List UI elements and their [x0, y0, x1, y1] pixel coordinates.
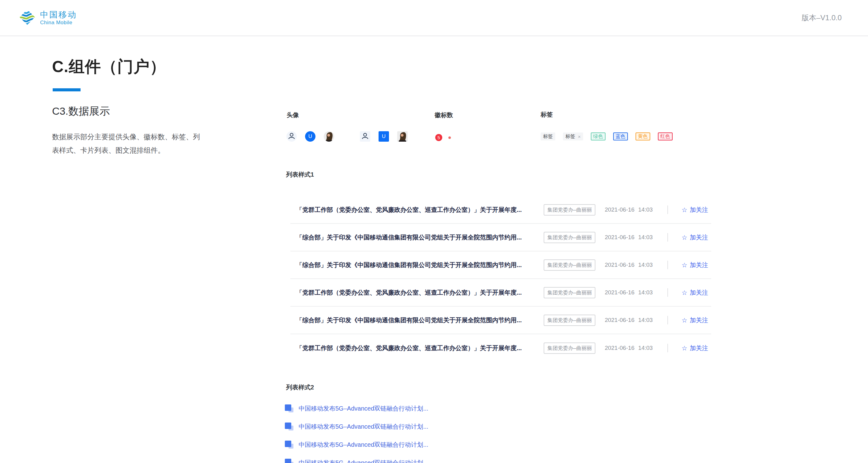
- publish-date: 2021-06-16: [604, 262, 634, 268]
- vertical-divider: [668, 344, 668, 352]
- logo-text-cn: 中国移动: [40, 10, 77, 20]
- article-link[interactable]: 中国移动发布5G–Advanced双链融合行动计划...: [299, 404, 428, 413]
- list-item[interactable]: 中国移动发布5G–Advanced双链融合行动计划...: [285, 403, 428, 414]
- publish-time: 14:03: [638, 289, 653, 296]
- tag-row: 标签 标签 × 绿色 蓝色 黄色 红色: [540, 132, 673, 141]
- vertical-divider: [668, 205, 668, 214]
- close-icon[interactable]: ×: [578, 134, 581, 139]
- list-item[interactable]: 中国移动发布5G–Advanced双链融合行动计划...: [285, 457, 428, 463]
- star-icon: ☆: [681, 262, 687, 268]
- table-row: 「党群工作部（党委办公室、党风廉政办公室、巡查工作办公室）」关于开展年度... …: [290, 279, 711, 307]
- document-icon: [285, 458, 294, 463]
- user-icon: [360, 131, 370, 142]
- list-item[interactable]: 中国移动发布5G–Advanced双链融合行动计划...: [285, 439, 428, 450]
- page-title: C.组件（门户）: [52, 57, 166, 76]
- follow-button[interactable]: ☆加关注: [681, 344, 708, 352]
- document-icon: [285, 404, 294, 413]
- publish-datetime: 2021-06-1614:03: [604, 345, 653, 351]
- follow-label: 加关注: [690, 261, 708, 269]
- department-tag: 集团党委办–曲丽丽: [544, 232, 595, 243]
- publish-datetime: 2021-06-1614:03: [604, 289, 653, 296]
- follow-label: 加关注: [690, 316, 708, 324]
- avatar-row: U U: [286, 131, 416, 142]
- follow-label: 加关注: [690, 233, 708, 242]
- title-accent-bar: [53, 88, 81, 91]
- vertical-divider: [668, 233, 668, 242]
- tag-red: 红色: [658, 133, 673, 140]
- avatar-photo-circle: [324, 131, 334, 142]
- tag-label: 黄色: [638, 134, 648, 139]
- department-tag: 集团党委办–曲丽丽: [544, 287, 595, 298]
- tag-label: 红色: [660, 134, 670, 139]
- tag-label: 蓝色: [616, 134, 625, 139]
- star-icon: ☆: [681, 289, 687, 296]
- china-mobile-logo-icon: [19, 9, 35, 27]
- table-row: 「综合部」关于印发《中国移动通信集团有限公司党组关于开展全院范围内节约用... …: [290, 224, 711, 252]
- department-tag: 集团党委办–曲丽丽: [544, 315, 595, 326]
- document-icon: [285, 440, 294, 449]
- vertical-divider: [668, 316, 668, 324]
- avatar-initial-text: U: [382, 134, 385, 140]
- link-list: 中国移动发布5G–Advanced双链融合行动计划... 中国移动发布5G–Ad…: [285, 403, 428, 463]
- article-link[interactable]: 中国移动发布5G–Advanced双链融合行动计划...: [299, 423, 428, 431]
- tag-demo-label: 标签: [540, 110, 553, 119]
- follow-button[interactable]: ☆加关注: [681, 316, 708, 324]
- tag-blue: 蓝色: [613, 133, 628, 140]
- star-icon: ☆: [681, 234, 687, 241]
- list1-demo-label: 列表样式1: [286, 171, 314, 179]
- follow-label: 加关注: [690, 206, 708, 214]
- version-label: 版本–V1.0.0: [802, 13, 842, 23]
- list2-demo-label: 列表样式2: [286, 383, 314, 392]
- department-tag: 集团党委办–曲丽丽: [544, 343, 595, 354]
- follow-label: 加关注: [690, 344, 708, 352]
- document-icon: [285, 422, 294, 431]
- follow-button[interactable]: ☆加关注: [681, 233, 708, 242]
- vertical-divider: [668, 288, 668, 297]
- follow-button[interactable]: ☆加关注: [681, 206, 708, 214]
- publish-date: 2021-06-16: [604, 317, 634, 323]
- publish-time: 14:03: [638, 234, 653, 240]
- list-item[interactable]: 中国移动发布5G–Advanced双链融合行动计划...: [285, 421, 428, 432]
- publish-datetime: 2021-06-1614:03: [604, 262, 653, 268]
- publish-datetime: 2021-06-1614:03: [604, 317, 653, 323]
- publish-datetime: 2021-06-1614:03: [604, 206, 653, 213]
- user-icon: [286, 131, 297, 142]
- avatar-initial-text: U: [308, 134, 312, 140]
- avatar-placeholder-square: [360, 131, 370, 142]
- department-tag: 集团党委办–曲丽丽: [544, 259, 595, 271]
- news-title-link[interactable]: 「党群工作部（党委办公室、党风廉政办公室、巡查工作办公室）」关于开展年度...: [296, 289, 544, 297]
- news-title-link[interactable]: 「党群工作部（党委办公室、党风廉政办公室、巡查工作办公室）」关于开展年度...: [296, 206, 544, 214]
- avatar-demo-label: 头像: [287, 111, 299, 119]
- news-title-link[interactable]: 「党群工作部（党委办公室、党风廉政办公室、巡查工作办公室）」关于开展年度...: [296, 344, 544, 352]
- header: 中国移动 China Mobile 版本–V1.0.0: [0, 0, 868, 36]
- news-title-link[interactable]: 「综合部」关于印发《中国移动通信集团有限公司党组关于开展全院范围内节约用...: [296, 316, 544, 324]
- table-row: 「综合部」关于印发《中国移动通信集团有限公司党组关于开展全院范围内节约用... …: [290, 307, 711, 334]
- tag-label: 标签: [543, 134, 553, 139]
- publish-time: 14:03: [638, 206, 653, 213]
- woman-photo-icon: [324, 131, 334, 142]
- publish-datetime: 2021-06-1614:03: [604, 234, 653, 241]
- avatar-placeholder-circle: [286, 131, 297, 142]
- news-list: 「党群工作部（党委办公室、党风廉政办公室、巡查工作办公室）」关于开展年度... …: [290, 196, 711, 362]
- tag-orange: 黄色: [636, 133, 650, 140]
- china-mobile-logo: 中国移动 China Mobile: [19, 9, 77, 27]
- article-link[interactable]: 中国移动发布5G–Advanced双链融合行动计划...: [299, 459, 428, 463]
- follow-button[interactable]: ☆加关注: [681, 289, 708, 297]
- tag-closable: 标签 ×: [563, 133, 583, 140]
- woman-photo-icon: [397, 131, 408, 142]
- logo-text-en: China Mobile: [40, 20, 77, 26]
- publish-time: 14:03: [638, 345, 653, 351]
- article-link[interactable]: 中国移动发布5G–Advanced双链融合行动计划...: [299, 441, 428, 449]
- news-title-link[interactable]: 「综合部」关于印发《中国移动通信集团有限公司党组关于开展全院范围内节约用...: [296, 233, 544, 242]
- follow-button[interactable]: ☆加关注: [681, 261, 708, 269]
- avatar-initial-square: U: [378, 131, 389, 142]
- publish-time: 14:03: [638, 317, 653, 323]
- vertical-divider: [668, 261, 668, 269]
- publish-date: 2021-06-16: [604, 345, 634, 351]
- star-icon: ☆: [681, 207, 687, 213]
- news-title-link[interactable]: 「综合部」关于印发《中国移动通信集团有限公司党组关于开展全院范围内节约用...: [296, 261, 544, 269]
- tag-plain: 标签: [540, 133, 555, 140]
- table-row: 「党群工作部（党委办公室、党风廉政办公室、巡查工作办公室）」关于开展年度... …: [290, 334, 711, 362]
- star-icon: ☆: [681, 317, 687, 323]
- avatar-photo-square: [397, 131, 408, 142]
